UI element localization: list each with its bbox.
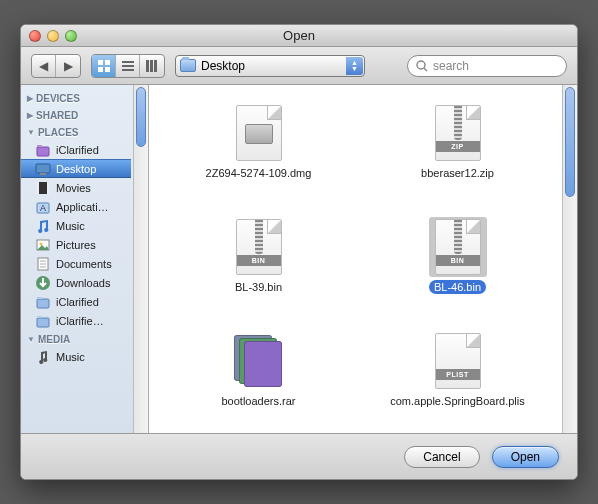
sidebar-item-music[interactable]: Music	[21, 347, 131, 366]
file-browser[interactable]: 2Z694-5274-109.dmgZIPbberaser12.zipBINBL…	[149, 85, 577, 433]
svg-rect-0	[98, 60, 103, 65]
file-icon-plist: PLIST	[429, 331, 487, 391]
sidebar-item-label: Music	[56, 220, 85, 232]
open-dialog: Open ◀ ▶ Desktop ▲▼ search	[20, 24, 578, 480]
file-icon-rar	[230, 331, 288, 391]
applications-icon: A	[35, 199, 51, 215]
movies-icon	[35, 180, 51, 196]
back-button[interactable]: ◀	[32, 55, 56, 77]
file-icon-dmg	[230, 103, 288, 163]
scrollbar-thumb[interactable]	[565, 87, 575, 197]
music-note-icon	[35, 349, 51, 365]
disclosure-triangle-icon[interactable]: ▶	[27, 111, 33, 120]
content-area: ▶DEVICES▶SHARED▼PLACESiClarifiedDesktopM…	[21, 85, 577, 433]
svg-rect-31	[37, 316, 42, 318]
file-item[interactable]: BINBL-46.bin	[358, 211, 557, 319]
sidebar-group-places[interactable]: ▼PLACES	[21, 123, 148, 140]
forward-button[interactable]: ▶	[56, 55, 80, 77]
sidebar-item-movies[interactable]: Movies	[21, 178, 131, 197]
svg-text:A: A	[40, 203, 46, 213]
sidebar-item-label: Music	[56, 351, 85, 363]
svg-rect-14	[36, 164, 50, 173]
open-button[interactable]: Open	[492, 446, 559, 468]
disclosure-triangle-icon[interactable]: ▼	[27, 128, 35, 137]
sidebar-item-label: Downloads	[56, 277, 110, 289]
svg-rect-29	[37, 297, 42, 299]
sidebar-item-desktop[interactable]: Desktop	[21, 159, 131, 178]
music-icon	[35, 218, 51, 234]
sidebar-item-label: Movies	[56, 182, 91, 194]
location-popup[interactable]: Desktop ▲▼	[175, 55, 365, 77]
search-input[interactable]: search	[407, 55, 567, 77]
svg-rect-13	[37, 145, 42, 147]
location-label: Desktop	[201, 59, 245, 73]
svg-rect-1	[105, 60, 110, 65]
svg-rect-18	[47, 182, 49, 194]
svg-rect-12	[37, 147, 49, 156]
sidebar-group-devices[interactable]: ▶DEVICES	[21, 89, 148, 106]
pictures-icon	[35, 237, 51, 253]
list-view-button[interactable]	[116, 55, 140, 77]
icon-view-button[interactable]	[92, 55, 116, 77]
folder-icon	[180, 59, 196, 72]
sidebar-item-documents[interactable]: Documents	[21, 254, 131, 273]
cancel-button[interactable]: Cancel	[404, 446, 479, 468]
file-label: bberaser12.zip	[416, 166, 499, 180]
sidebar-group-label: DEVICES	[36, 93, 80, 104]
svg-rect-4	[122, 61, 134, 63]
file-icon-bin: BIN	[429, 217, 487, 277]
svg-rect-28	[37, 299, 49, 308]
popup-arrows-icon: ▲▼	[346, 57, 363, 75]
sidebar-item-music[interactable]: Music	[21, 216, 131, 235]
sidebar-item-label: iClarified	[56, 296, 99, 308]
file-icon-zip: ZIP	[429, 103, 487, 163]
svg-line-11	[424, 68, 427, 71]
sidebar-item-label: Pictures	[56, 239, 96, 251]
column-view-button[interactable]	[140, 55, 164, 77]
svg-rect-6	[122, 69, 134, 71]
sidebar-scrollbar[interactable]	[133, 85, 148, 433]
search-icon	[416, 60, 428, 72]
disclosure-triangle-icon[interactable]: ▶	[27, 94, 33, 103]
file-label: 2Z694-5274-109.dmg	[201, 166, 317, 180]
search-placeholder: search	[433, 59, 469, 73]
toolbar: ◀ ▶ Desktop ▲▼ search	[21, 47, 577, 85]
svg-rect-15	[40, 173, 46, 175]
window-title: Open	[21, 28, 577, 43]
file-label: BL-39.bin	[230, 280, 287, 294]
sidebar-item-downloads[interactable]: Downloads	[21, 273, 131, 292]
file-label: bootloaders.rar	[217, 394, 301, 408]
file-label: com.apple.SpringBoard.plis	[385, 394, 530, 408]
scrollbar-thumb[interactable]	[136, 87, 146, 147]
svg-rect-9	[154, 60, 157, 72]
documents-icon	[35, 256, 51, 272]
folder-purple-icon	[35, 142, 51, 158]
file-item[interactable]: BINBL-39.bin	[159, 211, 358, 319]
sidebar-group-shared[interactable]: ▶SHARED	[21, 106, 148, 123]
file-label: BL-46.bin	[429, 280, 486, 294]
file-item[interactable]: PLISTcom.apple.SpringBoard.plis	[358, 325, 557, 433]
svg-rect-2	[98, 67, 103, 72]
sidebar-item-iclarified[interactable]: iClarified	[21, 292, 131, 311]
file-item[interactable]: bootloaders.rar	[159, 325, 358, 433]
folder-icon	[35, 294, 51, 310]
disclosure-triangle-icon[interactable]: ▼	[27, 335, 35, 344]
desktop-icon	[35, 161, 51, 177]
sidebar-item-iclarifie[interactable]: iClarifie…	[21, 311, 131, 330]
sidebar-item-iclarified[interactable]: iClarified	[21, 140, 131, 159]
sidebar-item-applicati[interactable]: AApplicati…	[21, 197, 131, 216]
folder-icon	[35, 313, 51, 329]
sidebar-group-label: PLACES	[38, 127, 79, 138]
titlebar[interactable]: Open	[21, 25, 577, 47]
svg-rect-7	[146, 60, 149, 72]
file-item[interactable]: 2Z694-5274-109.dmg	[159, 97, 358, 205]
sidebar-group-media[interactable]: ▼MEDIA	[21, 330, 148, 347]
svg-rect-30	[37, 318, 49, 327]
file-scrollbar[interactable]	[562, 85, 577, 433]
file-item[interactable]: ZIPbberaser12.zip	[358, 97, 557, 205]
svg-point-10	[417, 61, 425, 69]
svg-rect-5	[122, 65, 134, 67]
sidebar-group-label: SHARED	[36, 110, 78, 121]
file-icon-bin: BIN	[230, 217, 288, 277]
sidebar-item-pictures[interactable]: Pictures	[21, 235, 131, 254]
